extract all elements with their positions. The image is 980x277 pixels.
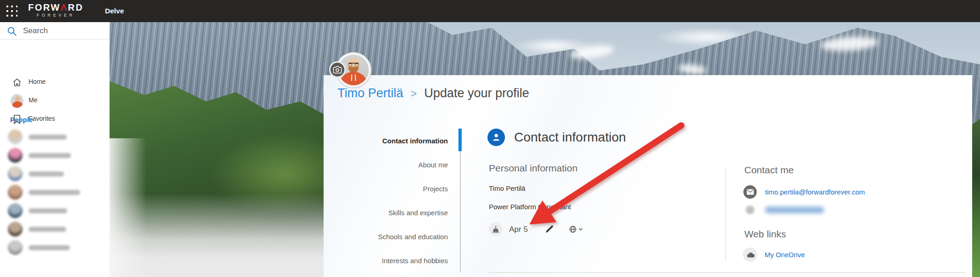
web-links-heading: Web links [744,229,786,240]
suite-top-bar: FORWΛRD FOREVER Delve [0,0,980,22]
visibility-globe-dropdown[interactable] [569,225,583,233]
section-title: Contact information [514,130,626,145]
logo-accent-letter: Λ [61,2,68,12]
people-list-item[interactable] [0,201,110,220]
tab-projects[interactable]: Projects [324,177,448,201]
onedrive-row: My OneDrive [743,248,805,262]
search-input[interactable] [23,24,101,38]
tab-about-me[interactable]: About me [324,153,448,177]
sidebar-item-me[interactable]: Me [0,91,110,109]
full-name: Timo Pertilä [489,184,525,192]
photo-fade-left [110,138,146,277]
redacted-name [29,190,80,195]
camera-icon [333,66,342,74]
redacted-name [29,135,67,140]
people-list-item[interactable] [0,165,110,183]
phone-number-redacted [765,206,824,213]
avatar [8,130,23,144]
contact-me-heading: Contact me [744,165,794,176]
breadcrumb-profile-link[interactable]: Timo Pertilä [337,86,403,100]
tab-schools-and-education[interactable]: Schools and education [324,225,448,249]
section-header: Contact information [487,129,626,146]
phone-icon-blurred [746,206,754,214]
pencil-icon [545,224,555,234]
onedrive-cloud-icon [743,248,757,262]
chevron-down-icon [579,228,583,231]
redacted-name [29,227,66,232]
onedrive-link[interactable]: My OneDrive [765,251,805,259]
profile-section-nav: Contact information About me Projects Sk… [324,129,448,273]
personal-information-heading: Personal information [489,163,578,174]
tab-contact-information[interactable]: Contact information [324,129,448,153]
column-divider [725,168,726,262]
tab-skills-and-expertise[interactable]: Skills and expertise [324,201,448,225]
birthday-value: Apr 5 [509,223,528,236]
active-tab-indicator [458,129,462,151]
redacted-name [29,208,67,213]
change-photo-camera-button[interactable] [329,61,346,78]
breadcrumb: Timo Pertilä>Update your profile [337,86,529,100]
redacted-name [29,153,71,158]
avatar [8,240,23,255]
search-icon [7,26,17,36]
product-name[interactable]: Delve [105,0,124,22]
avatar [8,203,23,218]
people-list-item[interactable] [0,183,110,201]
people-section-label: People [10,116,33,124]
search-box [0,22,110,40]
people-list-item[interactable] [0,238,110,257]
section-divider [489,272,965,273]
home-icon [11,76,23,89]
avatar [8,185,23,200]
breadcrumb-separator: > [411,88,417,100]
delve-profile-screen: FORWΛRD FOREVER Delve Home Me Favorite [0,0,980,277]
redacted-name [29,171,64,177]
app-launcher-icon[interactable] [6,6,18,17]
email-row: timo.pertila@forwardforever.com [743,185,865,199]
people-list-item[interactable] [0,128,110,146]
left-sidebar: Home Me Favorites People [0,22,110,277]
avatar [8,148,23,163]
me-avatar [11,94,23,107]
profile-edit-card: Timo Pertilä>Update your profile Contact… [324,75,972,277]
sidebar-item-home[interactable]: Home [0,72,110,91]
job-title: Power Platform Consultant [489,203,571,211]
redacted-name [29,245,70,250]
birthday-cake-icon [489,223,502,236]
avatar [8,222,23,236]
email-link[interactable]: timo.pertila@forwardforever.com [765,188,865,196]
tenant-logo: FORWΛRD FOREVER [28,3,83,18]
edit-birthday-button[interactable] [545,224,555,234]
email-icon [743,185,757,199]
person-icon [487,129,505,146]
people-list-item[interactable] [0,220,110,238]
page-title: Update your profile [424,86,529,100]
globe-icon [569,225,577,233]
phone-row-redacted [743,203,824,217]
avatar [8,166,23,181]
tab-interests-and-hobbies[interactable]: Interests and hobbies [324,249,448,273]
people-list-item[interactable] [0,146,110,165]
